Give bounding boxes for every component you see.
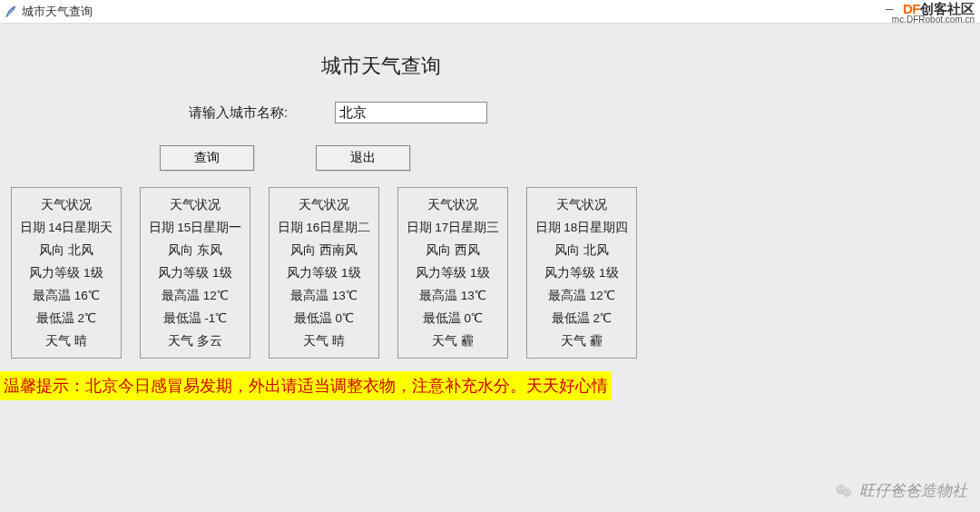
- card-line: 天气状况: [12, 193, 121, 216]
- card-line: 风向 西南风: [270, 239, 378, 261]
- card-line: 风力等级 1级: [12, 261, 121, 284]
- card-line: 风力等级 1级: [527, 261, 636, 284]
- card-line: 最高温 13℃: [270, 284, 378, 307]
- titlebar-right: – DF创客社区 mc.DFRobot.com.cn: [886, 2, 975, 25]
- svg-point-1: [843, 488, 851, 497]
- wechat-watermark: 旺仔爸爸造物社: [834, 480, 967, 501]
- card-line: 天气状况: [270, 193, 378, 216]
- city-input-label: 请输入城市名称:: [189, 104, 288, 122]
- card-line: 最高温 12℃: [141, 284, 250, 307]
- card-line: 日期 14日星期天: [12, 216, 121, 239]
- card-line: 风向 西风: [398, 239, 507, 261]
- card-line: 最高温 13℃: [398, 284, 507, 307]
- forecast-card: 天气状况日期 14日星期天风向 北风风力等级 1级最高温 16℃最低温 2℃天气…: [11, 187, 122, 359]
- forecast-card: 天气状况日期 17日星期三风向 西风风力等级 1级最高温 13℃最低温 0℃天气…: [397, 187, 508, 359]
- card-line: 最高温 12℃: [527, 284, 636, 307]
- exit-button[interactable]: 退出: [316, 145, 410, 171]
- card-line: 最高温 16℃: [12, 284, 121, 307]
- button-row: 查询 退出: [0, 145, 980, 171]
- card-line: 天气状况: [141, 193, 250, 216]
- tk-feather-icon: [4, 5, 18, 19]
- card-line: 日期 15日星期一: [141, 216, 250, 239]
- card-line: 天气 霾: [398, 330, 507, 352]
- card-line: 最低温 0℃: [270, 307, 378, 330]
- card-line: 天气状况: [527, 193, 636, 216]
- tip-bar: 温馨提示：北京今日感冒易发期，外出请适当调整衣物，注意补充水分。天天好心情: [0, 371, 612, 400]
- query-button[interactable]: 查询: [160, 145, 254, 171]
- card-line: 天气 多云: [141, 330, 250, 352]
- forecast-card: 天气状况日期 15日星期一风向 东风风力等级 1级最高温 12℃最低温 -1℃天…: [140, 187, 250, 359]
- card-line: 天气 晴: [12, 330, 121, 352]
- card-line: 日期 16日星期二: [270, 216, 378, 239]
- card-line: 最低温 2℃: [12, 307, 121, 330]
- wechat-icon: [834, 481, 854, 501]
- card-line: 风力等级 1级: [141, 261, 250, 284]
- city-input[interactable]: [335, 102, 487, 123]
- card-line: 天气状况: [398, 193, 507, 216]
- card-line: 风力等级 1级: [270, 261, 378, 284]
- svg-point-2: [838, 487, 840, 488]
- card-line: 风向 北风: [12, 239, 121, 261]
- watermark-text: 旺仔爸爸造物社: [859, 480, 967, 501]
- card-line: 最低温 0℃: [398, 307, 507, 330]
- card-line: 日期 17日星期三: [398, 216, 507, 239]
- card-line: 天气 晴: [270, 330, 378, 352]
- window-title: 城市天气查询: [22, 4, 93, 20]
- forecast-card: 天气状况日期 18日星期四风向 北风风力等级 1级最高温 12℃最低温 2℃天气…: [526, 187, 637, 359]
- input-row: 请输入城市名称:: [0, 102, 980, 123]
- forecast-cards-row: 天气状况日期 14日星期天风向 北风风力等级 1级最高温 16℃最低温 2℃天气…: [0, 187, 980, 359]
- card-line: 风向 东风: [141, 239, 250, 261]
- svg-point-5: [848, 491, 849, 492]
- card-line: 日期 18日星期四: [527, 216, 636, 239]
- page-heading: 城市天气查询: [0, 24, 980, 102]
- card-line: 最低温 2℃: [527, 307, 636, 330]
- svg-point-3: [842, 487, 844, 488]
- app-body: 城市天气查询 请输入城市名称: 查询 退出 天气状况日期 14日星期天风向 北风…: [0, 24, 980, 512]
- card-line: 风力等级 1级: [398, 261, 507, 284]
- forecast-card: 天气状况日期 16日星期二风向 西南风风力等级 1级最高温 13℃最低温 0℃天…: [269, 187, 379, 359]
- card-line: 最低温 -1℃: [141, 307, 250, 330]
- window-titlebar: 城市天气查询 – DF创客社区 mc.DFRobot.com.cn: [0, 0, 980, 24]
- card-line: 天气 霾: [527, 330, 636, 352]
- svg-point-4: [845, 491, 846, 492]
- card-line: 风向 北风: [527, 239, 636, 261]
